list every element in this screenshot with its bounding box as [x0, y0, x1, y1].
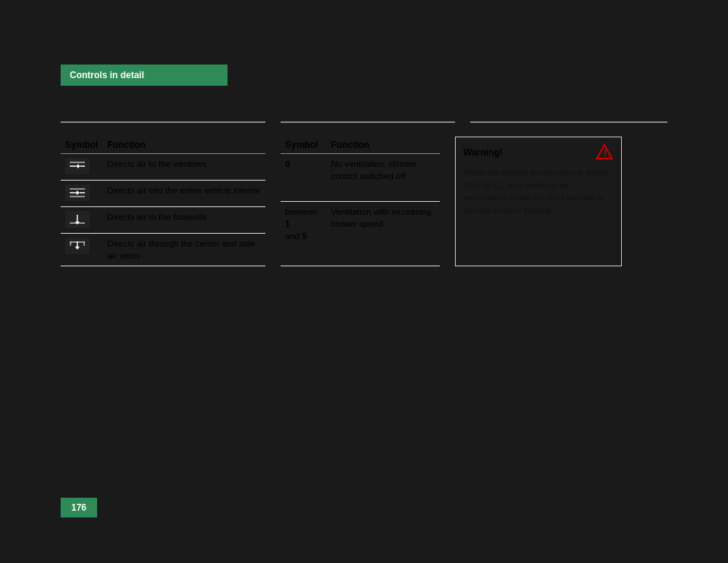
- table-row: between 1and 5 Ventilation with increasi…: [281, 201, 440, 266]
- warning-text: When the outside temperature is below 41…: [463, 166, 613, 216]
- left-table-function-header: Function: [102, 137, 265, 154]
- function-text-1: Directs air to the windows: [102, 154, 265, 181]
- warning-title: Warning!: [463, 146, 503, 159]
- speed-function-range: Ventilation with increasing blower speed: [326, 201, 440, 266]
- table-row: Directs air into the entire vehicle inte…: [61, 181, 265, 207]
- page-number: 176: [71, 502, 86, 513]
- svg-text:!: !: [604, 148, 607, 159]
- blower-speed-table: Symbol Function 0 No ventilation, climat…: [281, 137, 440, 266]
- separator-1: [61, 121, 265, 123]
- symbol-cell: [61, 181, 102, 207]
- section-title: Controls in detail: [70, 70, 144, 80]
- speed-function-0: No ventilation, climate control switched…: [326, 154, 440, 202]
- left-table-symbol-header: Symbol: [61, 137, 102, 154]
- air-direction-table: Symbol Function: [61, 137, 265, 266]
- symbol-cell: [61, 234, 102, 266]
- speed-symbol-range: between 1and 5: [281, 201, 326, 266]
- function-text-3: Directs air to the footwells: [102, 207, 265, 234]
- symbol-cell: [61, 207, 102, 234]
- table-row: Directs air through the center and side …: [61, 234, 265, 266]
- symbol-cell: [61, 154, 102, 181]
- table-row: Directs air to the footwells: [61, 207, 265, 234]
- page-number-box: 176: [61, 498, 97, 517]
- warning-box: Warning! ! When the outside temperature …: [455, 137, 622, 266]
- middle-table-function-header: Function: [326, 137, 440, 154]
- speed-symbol-0: 0: [281, 154, 326, 202]
- symbol-icon-2: [65, 184, 89, 201]
- separator-3: [470, 121, 667, 123]
- function-text-2: Directs air into the entire vehicle inte…: [102, 181, 265, 207]
- table-row: 0 No ventilation, climate control switch…: [281, 154, 440, 202]
- section-header: Controls in detail: [61, 64, 228, 86]
- warning-header: Warning! !: [463, 143, 613, 162]
- main-content: Symbol Function: [61, 137, 667, 266]
- warning-icon: !: [595, 143, 613, 162]
- symbol-icon-1: [65, 158, 89, 175]
- table-row: Directs air to the windows: [61, 154, 265, 181]
- middle-table-symbol-header: Symbol: [281, 137, 326, 154]
- symbol-icon-3: [65, 211, 89, 228]
- function-text-4: Directs air through the center and side …: [102, 234, 265, 266]
- separator-2: [281, 121, 455, 123]
- symbol-icon-4: [65, 237, 89, 254]
